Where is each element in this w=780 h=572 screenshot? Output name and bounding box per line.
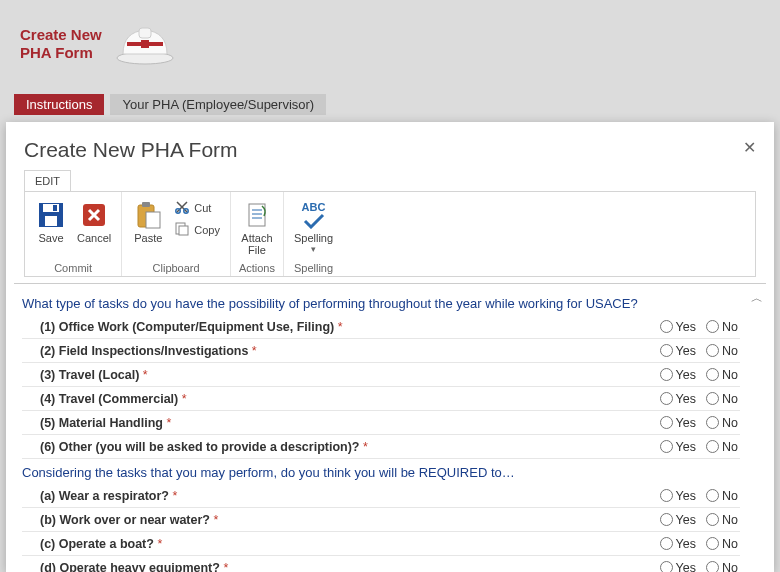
question-row: (d) Operate heavy equipment? * Yes No [22, 556, 740, 572]
copy-label: Copy [194, 224, 220, 236]
ribbon-group-actions: Attach File Actions [231, 192, 284, 276]
radio-no[interactable]: No [706, 513, 738, 527]
svg-rect-3 [141, 40, 149, 48]
paste-icon [134, 198, 162, 232]
required-mark: * [338, 320, 343, 334]
question-row: (a) Wear a respirator? * Yes No [22, 484, 740, 508]
app-title-line1: Create New [20, 26, 102, 43]
question-row: (4) Travel (Commercial) * Yes No [22, 387, 740, 411]
save-label: Save [38, 232, 63, 244]
spelling-label: Spelling [294, 232, 333, 244]
form-content: What type of tasks do you have the possi… [14, 286, 748, 572]
radio-no[interactable]: No [706, 440, 738, 454]
modal-header: Create New PHA Form ✕ [6, 122, 774, 170]
radio-no[interactable]: No [706, 561, 738, 573]
group-label-commit: Commit [31, 260, 115, 274]
form-body: What type of tasks do you have the possi… [14, 283, 766, 572]
cancel-button[interactable]: Cancel [73, 196, 115, 246]
radio-no[interactable]: No [706, 368, 738, 382]
hardhat-icon [113, 18, 177, 69]
q-label: (2) Field Inspections/Investigations [40, 344, 248, 358]
attach-file-button[interactable]: Attach File [237, 196, 277, 258]
ribbon-tab-edit[interactable]: EDIT [24, 170, 71, 191]
radio-no[interactable]: No [706, 489, 738, 503]
ribbon: EDIT Save Cancel [6, 170, 774, 277]
radio-yes[interactable]: Yes [660, 489, 696, 503]
modal-dialog: Create New PHA Form ✕ EDIT Save [6, 122, 774, 572]
question-row: (6) Other (you will be asked to provide … [22, 435, 740, 459]
cancel-icon [79, 198, 109, 232]
radio-no[interactable]: No [706, 344, 738, 358]
cut-label: Cut [194, 202, 211, 214]
question-row: (1) Office Work (Computer/Equipment Use,… [22, 315, 740, 339]
ribbon-group-commit: Save Cancel Commit [25, 192, 122, 276]
ribbon-group-spelling: ABC Spelling ▾ Spelling [284, 192, 343, 276]
section-2-heading: Considering the tasks that you may perfo… [22, 459, 740, 484]
radio-no[interactable]: No [706, 392, 738, 406]
scrollbar[interactable]: ︿ [748, 286, 766, 572]
radio-yes[interactable]: Yes [660, 320, 696, 334]
radio-no[interactable]: No [706, 537, 738, 551]
question-row: (2) Field Inspections/Investigations * Y… [22, 339, 740, 363]
svg-rect-10 [142, 202, 150, 207]
cut-button[interactable]: Cut [170, 198, 224, 218]
modal-title: Create New PHA Form [24, 138, 238, 162]
q-label: (d) Operate heavy equipment? [40, 561, 220, 573]
svg-rect-15 [179, 226, 188, 235]
cancel-label: Cancel [77, 232, 111, 244]
question-row: (b) Work over or near water? * Yes No [22, 508, 740, 532]
q-label: (1) Office Work (Computer/Equipment Use,… [40, 320, 334, 334]
group-label-actions: Actions [237, 260, 277, 274]
attach-file-icon [244, 198, 270, 232]
cut-icon [174, 199, 190, 217]
section-1-heading: What type of tasks do you have the possi… [22, 290, 740, 315]
scroll-up-icon[interactable]: ︿ [751, 290, 763, 307]
radio-yes[interactable]: Yes [660, 561, 696, 573]
copy-icon [174, 221, 190, 239]
dropdown-caret-icon: ▾ [311, 244, 316, 254]
group-label-clipboard: Clipboard [128, 260, 224, 274]
radio-no[interactable]: No [706, 320, 738, 334]
q-label: (4) Travel (Commercial) [40, 392, 178, 406]
group-label-spelling: Spelling [290, 260, 337, 274]
copy-button[interactable]: Copy [170, 220, 224, 240]
q-label: (c) Operate a boat? [40, 537, 154, 551]
svg-rect-11 [146, 212, 160, 228]
q-label: (b) Work over or near water? [40, 513, 210, 527]
q-label: (3) Travel (Local) [40, 368, 139, 382]
question-row: (3) Travel (Local) * Yes No [22, 363, 740, 387]
question-row: (c) Operate a boat? * Yes No [22, 532, 740, 556]
radio-yes[interactable]: Yes [660, 513, 696, 527]
spelling-icon: ABC [302, 198, 326, 232]
radio-no[interactable]: No [706, 416, 738, 430]
radio-yes[interactable]: Yes [660, 392, 696, 406]
svg-rect-1 [139, 28, 151, 38]
paste-label: Paste [134, 232, 162, 244]
app-title: Create New PHA Form [20, 26, 102, 62]
radio-yes[interactable]: Yes [660, 344, 696, 358]
q-label: (a) Wear a respirator? [40, 489, 169, 503]
q-label: (6) Other (you will be asked to provide … [40, 440, 360, 454]
save-icon [36, 198, 66, 232]
spelling-button[interactable]: ABC Spelling ▾ [290, 196, 337, 256]
close-icon[interactable]: ✕ [743, 138, 756, 157]
attach-file-label: Attach File [241, 232, 272, 256]
svg-rect-7 [53, 205, 57, 211]
question-row: (5) Material Handling * Yes No [22, 411, 740, 435]
radio-yes[interactable]: Yes [660, 416, 696, 430]
save-button[interactable]: Save [31, 196, 71, 246]
paste-button[interactable]: Paste [128, 196, 168, 246]
app-title-line2: PHA Form [20, 44, 93, 61]
radio-yes[interactable]: Yes [660, 440, 696, 454]
q-label: (5) Material Handling [40, 416, 163, 430]
background-header: Create New PHA Form [0, 0, 780, 100]
svg-rect-6 [45, 216, 57, 226]
ribbon-group-clipboard: Paste Cut Copy [122, 192, 231, 276]
radio-yes[interactable]: Yes [660, 537, 696, 551]
abc-label: ABC [302, 201, 326, 213]
radio-yes[interactable]: Yes [660, 368, 696, 382]
